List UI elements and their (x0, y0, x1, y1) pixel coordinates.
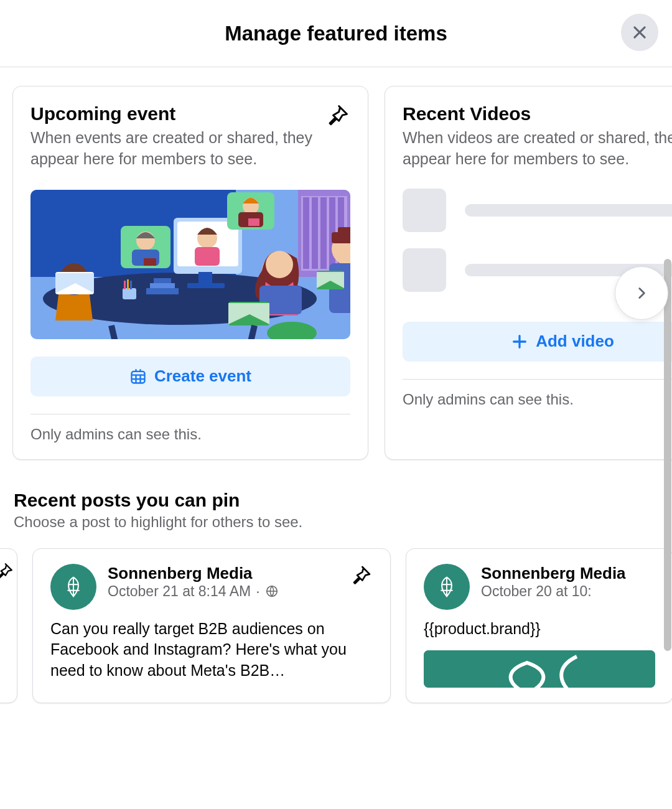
pin-icon[interactable] (323, 103, 350, 130)
post-time-row: October 21 at 8:14 AM · (108, 583, 337, 600)
pin-post-button[interactable] (348, 564, 373, 589)
avatar (424, 564, 470, 610)
svg-rect-6 (320, 197, 327, 269)
svg-rect-30 (130, 281, 132, 289)
post-text: {{product.brand}} (424, 619, 655, 640)
featured-cards-row: Upcoming event When events are created o… (12, 86, 660, 460)
add-video-button[interactable]: Add video (403, 322, 672, 362)
post-card[interactable]: Sonnenberg Media October 20 at 10: {{pro… (406, 548, 672, 704)
post-text: Can you really target B2B audiences on F… (50, 619, 373, 681)
event-illustration (30, 190, 350, 339)
svg-rect-26 (154, 278, 171, 283)
card-description: When videos are created or shared, they … (403, 128, 672, 170)
card-header: Upcoming event When events are created o… (30, 103, 350, 170)
upcoming-event-card: Upcoming event When events are created o… (12, 86, 368, 460)
placeholder-thumb (403, 189, 446, 232)
close-icon (631, 24, 648, 41)
svg-rect-29 (127, 279, 129, 289)
svg-rect-23 (248, 218, 259, 226)
placeholder-thumb (403, 248, 446, 292)
card-title: Upcoming event (30, 103, 315, 125)
create-event-label: Create event (154, 367, 251, 386)
svg-rect-4 (303, 197, 309, 269)
post-time-row: October 20 at 10: (481, 583, 655, 600)
dot-separator: · (256, 583, 259, 600)
card-description: When events are created or shared, they … (30, 128, 315, 170)
dialog-header: Manage featured items (0, 0, 672, 67)
card-header: Recent Videos When videos are created or… (403, 103, 672, 170)
admin-note: Only admins can see this. (403, 391, 672, 408)
leaf-logo-icon (59, 573, 88, 601)
divider (403, 379, 672, 380)
post-meta: Sonnenberg Media October 21 at 8:14 AM · (108, 564, 337, 600)
placeholder-line (465, 204, 672, 217)
svg-rect-27 (123, 288, 136, 299)
svg-rect-28 (124, 281, 126, 289)
pin-icon (0, 561, 14, 582)
chevron-right-icon (633, 285, 650, 301)
admin-note: Only admins can see this. (30, 426, 350, 443)
svg-rect-38 (338, 227, 350, 235)
leaf-logo-icon (432, 573, 461, 601)
calendar-icon (129, 368, 147, 385)
svg-rect-24 (146, 288, 179, 294)
close-button[interactable] (621, 14, 658, 51)
section-subtitle: Choose a post to highlight for others to… (14, 513, 658, 531)
divider (30, 414, 350, 414)
svg-rect-13 (187, 283, 225, 288)
scrollbar[interactable] (664, 259, 671, 651)
card-title: Recent Videos (403, 103, 672, 125)
next-card-button[interactable] (615, 266, 668, 320)
card-header-text: Recent Videos When videos are created or… (403, 103, 672, 170)
post-thumbnail (424, 650, 655, 688)
globe-icon (265, 584, 279, 598)
add-video-label: Add video (536, 332, 614, 351)
recent-posts-row: Sonnenberg Media October 21 at 8:14 AM ·… (0, 548, 672, 704)
dialog-title: Manage featured items (225, 22, 447, 45)
svg-rect-44 (131, 371, 144, 383)
svg-rect-5 (312, 197, 318, 269)
plus-icon (511, 333, 528, 350)
post-card[interactable]: Sonnenberg Media October 21 at 8:14 AM ·… (32, 548, 391, 704)
post-header: Sonnenberg Media October 20 at 10: (424, 564, 655, 610)
post-author: Sonnenberg Media (108, 564, 337, 583)
post-header: Sonnenberg Media October 21 at 8:14 AM · (50, 564, 373, 610)
post-time: October 20 at 10: (481, 583, 592, 600)
recent-posts-header: Recent posts you can pin Choose a post t… (14, 490, 658, 531)
post-meta: Sonnenberg Media October 20 at 10: (481, 564, 655, 600)
svg-point-32 (266, 251, 293, 278)
post-time: October 21 at 8:14 AM (108, 583, 251, 600)
create-event-button[interactable]: Create event (30, 357, 350, 396)
previous-post-card-partial[interactable] (0, 548, 17, 704)
section-title: Recent posts you can pin (14, 490, 658, 511)
video-placeholder-row (403, 189, 672, 232)
svg-rect-15 (195, 247, 220, 266)
svg-rect-19 (144, 258, 156, 266)
svg-rect-25 (150, 283, 175, 288)
card-header-text: Upcoming event When events are created o… (30, 103, 315, 170)
avatar (50, 564, 96, 610)
post-author: Sonnenberg Media (481, 564, 655, 583)
